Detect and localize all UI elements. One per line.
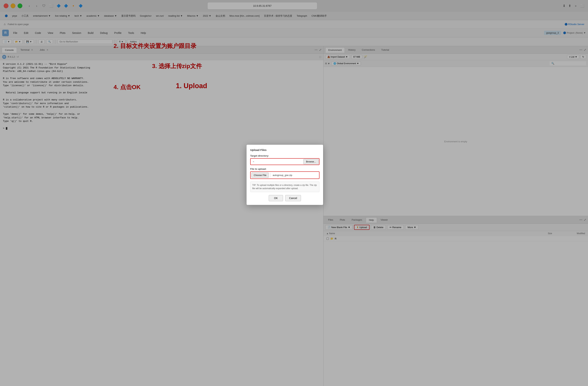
- file-label: File to upload:: [250, 168, 319, 170]
- upload-files-dialog: Upload Files Target directory: Browse...…: [246, 145, 323, 205]
- page-wrapper: ‹ › 🛡 ⬜ 🔷 🔷 🔸 🔷 10.9.65.31:8787 ⬇ ⬆ ＋ ⬜ …: [0, 0, 588, 386]
- file-upload-row: Choose File autogroup_gse.zip: [250, 172, 319, 179]
- target-input-row: Browse...: [250, 158, 319, 165]
- choose-file-btn[interactable]: Choose File: [251, 173, 269, 178]
- modal-buttons: OK Cancel: [250, 195, 319, 201]
- browse-btn[interactable]: Browse...: [303, 159, 319, 164]
- selected-filename: autogroup_gse.zip: [273, 174, 292, 176]
- ok-btn[interactable]: OK: [269, 195, 283, 201]
- modal-title: Upload Files: [250, 148, 319, 152]
- file-upload-field: File to upload: Choose File autogroup_gs…: [250, 168, 319, 179]
- target-directory-field: Target directory: Browse...: [250, 154, 319, 165]
- target-label: Target directory:: [250, 154, 319, 157]
- cancel-btn[interactable]: Cancel: [285, 195, 301, 201]
- modal-overlay: Upload Files Target directory: Browse...…: [0, 0, 588, 386]
- modal-tip: TIP: To upload multiple files or a direc…: [250, 181, 319, 192]
- target-directory-input[interactable]: [251, 159, 302, 164]
